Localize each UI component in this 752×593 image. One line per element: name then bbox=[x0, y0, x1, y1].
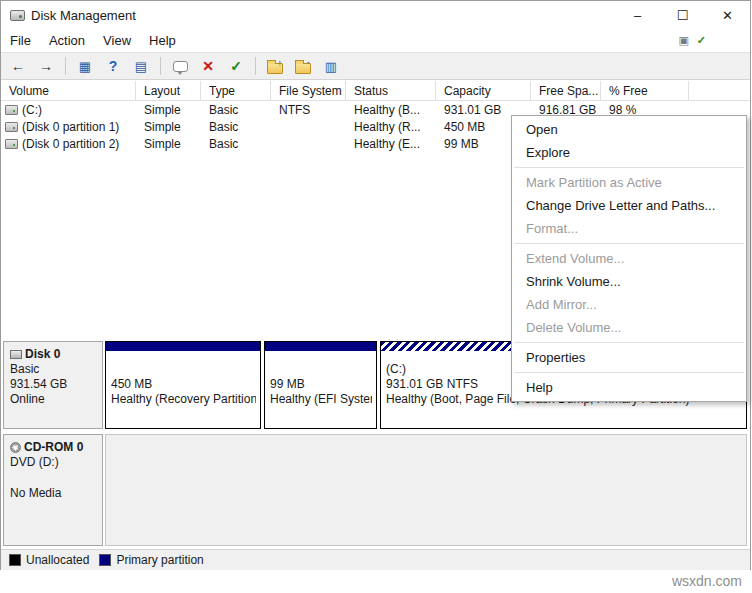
menu-item-mark-partition-active: Mark Partition as Active bbox=[512, 171, 746, 194]
menu-item-help[interactable]: Help bbox=[512, 376, 746, 399]
partition-size: 450 MB bbox=[111, 377, 256, 392]
cdrom-media-status: No Media bbox=[10, 486, 98, 501]
menu-separator bbox=[514, 243, 744, 244]
volume-name: (Disk 0 partition 2) bbox=[22, 137, 119, 151]
disk-size: 931.54 GB bbox=[10, 377, 98, 392]
toolbar: ← → ▦ ? ▤ ✕ ✓ ↑ · ▥ bbox=[1, 52, 750, 80]
column-header-filesystem[interactable]: File System bbox=[271, 81, 346, 100]
column-header-filler bbox=[689, 81, 750, 100]
volume-type: Basic bbox=[201, 101, 271, 118]
partition-efi[interactable]: 99 MB Healthy (EFI System) bbox=[264, 341, 377, 429]
menu-help[interactable]: Help bbox=[140, 31, 185, 50]
console-window-icon[interactable]: ▣ bbox=[678, 34, 688, 47]
column-header-type[interactable]: Type bbox=[201, 81, 271, 100]
menu-separator bbox=[514, 167, 744, 168]
disk-name: Disk 0 bbox=[25, 347, 60, 362]
menu-item-explore[interactable]: Explore bbox=[512, 141, 746, 164]
cdrom-drive: DVD (D:) bbox=[10, 455, 98, 470]
cdrom-panel[interactable]: CD-ROM 0 DVD (D:) No Media bbox=[3, 434, 103, 546]
disk-management-app-icon bbox=[10, 10, 25, 21]
legend-unallocated: Unallocated bbox=[9, 553, 89, 567]
column-header-pctfree[interactable]: % Free bbox=[601, 81, 689, 100]
open-folder-icon[interactable]: ↑ bbox=[266, 57, 284, 75]
close-button[interactable]: ✕ bbox=[705, 1, 750, 29]
menu-separator bbox=[514, 372, 744, 373]
disk-status: Online bbox=[10, 392, 98, 407]
menu-item-format: Format... bbox=[512, 217, 746, 240]
toolbar-separator bbox=[65, 57, 66, 75]
volume-fs bbox=[271, 135, 346, 152]
unallocated-swatch bbox=[9, 554, 21, 566]
partition-recovery[interactable]: 450 MB Healthy (Recovery Partition) bbox=[105, 341, 261, 429]
back-icon[interactable]: ← bbox=[9, 57, 27, 75]
volume-status: Healthy (B... bbox=[346, 101, 436, 118]
menu-item-delete-volume: Delete Volume... bbox=[512, 316, 746, 339]
partition-status: Healthy (EFI System) bbox=[270, 392, 372, 407]
title-bar: Disk Management – ☐ ✕ bbox=[1, 1, 750, 29]
console-tree-icon[interactable]: ▦ bbox=[76, 57, 94, 75]
speech-bubble-icon bbox=[173, 61, 188, 72]
volume-list-header: Volume Layout Type File System Status Ca… bbox=[1, 81, 750, 101]
window-title: Disk Management bbox=[31, 8, 136, 23]
partition-status: Healthy (Recovery Partition) bbox=[111, 392, 256, 407]
volume-layout: Simple bbox=[136, 101, 201, 118]
cd-icon bbox=[10, 442, 21, 453]
menu-view[interactable]: View bbox=[94, 31, 140, 50]
up-arrow-icon: ↑ bbox=[278, 58, 283, 68]
cdrom-name: CD-ROM 0 bbox=[24, 440, 83, 455]
disk0-panel[interactable]: Disk 0 Basic 931.54 GB Online bbox=[3, 341, 103, 429]
column-header-capacity[interactable]: Capacity bbox=[436, 81, 531, 100]
menu-bar: File Action View Help ▣ ✓ bbox=[1, 29, 750, 52]
help-icon[interactable]: ? bbox=[104, 57, 122, 75]
delete-volume-icon[interactable]: ✕ bbox=[199, 57, 217, 75]
legend-bar: Unallocated Primary partition bbox=[1, 549, 750, 570]
context-menu: Open Explore Mark Partition as Active Ch… bbox=[511, 115, 747, 402]
menu-file[interactable]: File bbox=[1, 31, 40, 50]
menu-item-change-drive-letter[interactable]: Change Drive Letter and Paths... bbox=[512, 194, 746, 217]
partition-strip bbox=[265, 342, 376, 351]
volume-fs bbox=[271, 118, 346, 135]
menu-item-open[interactable]: Open bbox=[512, 118, 746, 141]
minimize-button[interactable]: – bbox=[615, 1, 660, 29]
volume-name: (C:) bbox=[22, 103, 42, 117]
volume-name: (Disk 0 partition 1) bbox=[22, 120, 119, 134]
toolbar-separator bbox=[160, 57, 161, 75]
menu-item-properties[interactable]: Properties bbox=[512, 346, 746, 369]
volume-layout: Simple bbox=[136, 135, 201, 152]
magnifier-icon: · bbox=[307, 58, 310, 68]
disk-icon bbox=[10, 350, 22, 359]
menu-item-add-mirror: Add Mirror... bbox=[512, 293, 746, 316]
disk-type: Basic bbox=[10, 362, 98, 377]
volume-status: Healthy (R... bbox=[346, 118, 436, 135]
volume-layout: Simple bbox=[136, 118, 201, 135]
volume-icon bbox=[5, 122, 18, 132]
explore-folder-icon[interactable]: · bbox=[294, 57, 312, 75]
column-header-layout[interactable]: Layout bbox=[136, 81, 201, 100]
menu-item-extend-volume: Extend Volume... bbox=[512, 247, 746, 270]
legend-label: Unallocated bbox=[26, 553, 89, 567]
status-check-icon[interactable]: ✓ bbox=[697, 34, 706, 47]
partition-strip bbox=[106, 342, 260, 351]
menu-action[interactable]: Action bbox=[40, 31, 94, 50]
column-header-freespace[interactable]: Free Spa... bbox=[531, 81, 601, 100]
volume-status: Healthy (E... bbox=[346, 135, 436, 152]
partition-size: 99 MB bbox=[270, 377, 372, 392]
details-view-icon[interactable]: ▥ bbox=[322, 57, 340, 75]
legend-primary-partition: Primary partition bbox=[99, 553, 203, 567]
volume-icon bbox=[5, 105, 18, 115]
commit-check-icon[interactable]: ✓ bbox=[227, 57, 245, 75]
volume-type: Basic bbox=[201, 135, 271, 152]
maximize-button[interactable]: ☐ bbox=[660, 1, 705, 29]
column-header-volume[interactable]: Volume bbox=[1, 81, 136, 100]
forward-icon[interactable]: → bbox=[37, 57, 55, 75]
volume-type: Basic bbox=[201, 118, 271, 135]
console-window-pane-icon[interactable]: ▤ bbox=[132, 57, 150, 75]
volume-fs: NTFS bbox=[271, 101, 346, 118]
volume-icon bbox=[5, 139, 18, 149]
column-header-status[interactable]: Status bbox=[346, 81, 436, 100]
action-pane-icon[interactable] bbox=[171, 57, 189, 75]
watermark: wsxdn.com bbox=[672, 573, 742, 589]
menu-item-shrink-volume[interactable]: Shrink Volume... bbox=[512, 270, 746, 293]
legend-label: Primary partition bbox=[116, 553, 203, 567]
cdrom-media-area[interactable] bbox=[105, 434, 747, 546]
